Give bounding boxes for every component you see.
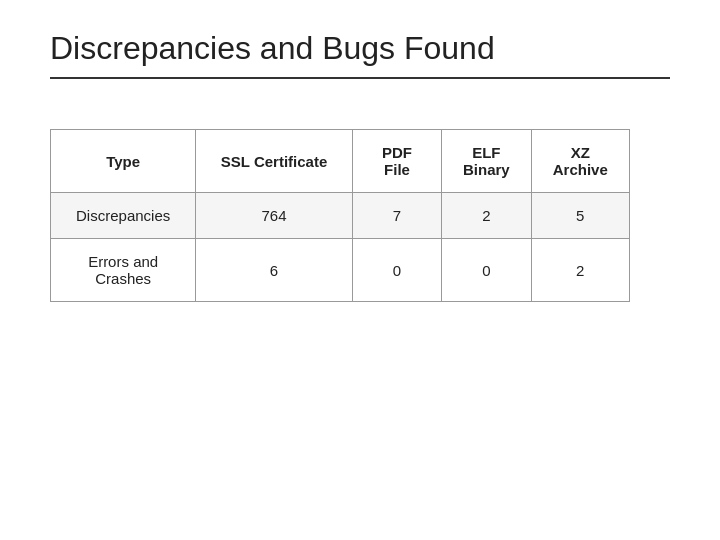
cell-pdf: 7 — [352, 193, 441, 239]
col-header-pdf: PDF File — [352, 130, 441, 193]
cell-pdf: 0 — [352, 239, 441, 302]
cell-ssl: 764 — [196, 193, 352, 239]
col-header-type: Type — [51, 130, 196, 193]
cell-type: Discrepancies — [51, 193, 196, 239]
cell-elf: 0 — [442, 239, 531, 302]
cell-xz: 2 — [531, 239, 629, 302]
table-row: Discrepancies764725 — [51, 193, 630, 239]
cell-ssl: 6 — [196, 239, 352, 302]
cell-elf: 2 — [442, 193, 531, 239]
col-header-xz: XZ Archive — [531, 130, 629, 193]
title-divider — [50, 77, 670, 79]
discrepancies-table: Type SSL Certificate PDF File ELF Binary… — [50, 129, 630, 302]
table-row: Errors and Crashes6002 — [51, 239, 630, 302]
cell-type: Errors and Crashes — [51, 239, 196, 302]
cell-xz: 5 — [531, 193, 629, 239]
col-header-ssl: SSL Certificate — [196, 130, 352, 193]
page-title: Discrepancies and Bugs Found — [50, 30, 495, 67]
col-header-elf: ELF Binary — [442, 130, 531, 193]
